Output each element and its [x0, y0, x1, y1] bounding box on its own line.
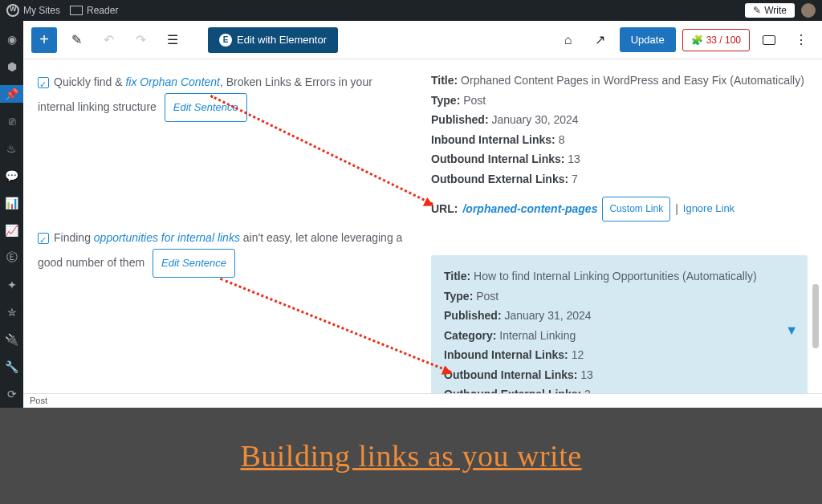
- elementor-icon[interactable]: Ⓔ: [0, 249, 23, 266]
- chevron-down-icon[interactable]: ▼: [785, 319, 798, 342]
- wp-logo[interactable]: My Sites: [6, 4, 60, 17]
- pen-icon: ✎: [753, 5, 761, 16]
- breadcrumb: Post: [23, 393, 822, 408]
- elementor-label: Edit with Elementor: [237, 34, 327, 46]
- flame-icon[interactable]: ♨: [0, 140, 23, 157]
- caption-banner: Building links as you write: [0, 408, 822, 504]
- add-block-button[interactable]: +: [31, 27, 57, 53]
- media-icon[interactable]: ⎚: [0, 112, 23, 130]
- panel-icon[interactable]: [756, 27, 782, 53]
- update-label: Update: [631, 34, 665, 46]
- reader-label: Reader: [87, 5, 118, 16]
- admin-bar: My Sites Reader ✎Write: [0, 0, 822, 21]
- edit-icon[interactable]: ✎: [63, 27, 89, 53]
- suggestion-row: Finding opportunities for internal links…: [38, 226, 407, 278]
- dashboard-icon[interactable]: ◉: [0, 30, 23, 48]
- elementor-button[interactable]: EEdit with Elementor: [208, 27, 338, 53]
- puzzle-icon: 🧩: [691, 35, 703, 46]
- outline-icon[interactable]: ☰: [160, 27, 185, 53]
- suggestion-link[interactable]: fix Orphan Content: [125, 75, 220, 88]
- write-label: Write: [764, 5, 787, 16]
- suggestion-prefix: Quickly find &: [54, 75, 125, 88]
- reader-icon: [70, 6, 83, 15]
- my-sites-label: My Sites: [23, 5, 60, 16]
- score-label: 33 / 100: [706, 35, 741, 46]
- star-icon[interactable]: ✮: [0, 303, 23, 321]
- checkbox-icon[interactable]: [38, 233, 49, 244]
- undo-icon[interactable]: ↶: [96, 27, 121, 53]
- wp-icon: [6, 4, 19, 17]
- avatar[interactable]: [801, 3, 816, 18]
- comments-icon[interactable]: 💬: [0, 167, 23, 185]
- kebab-icon[interactable]: ⋮: [788, 27, 814, 53]
- home-icon[interactable]: ⬢: [0, 58, 23, 75]
- suggestion-prefix: Finding: [54, 231, 94, 244]
- content-scrollbar[interactable]: [812, 59, 820, 398]
- reader-link[interactable]: Reader: [70, 5, 118, 16]
- checkbox-icon[interactable]: [38, 77, 49, 88]
- plugins-icon[interactable]: 🔌: [0, 331, 23, 348]
- editor-toolbar: + ✎ ↶ ↷ ☰ EEdit with Elementor ⌂ ↗ Updat…: [23, 21, 822, 59]
- suggestion-link[interactable]: opportunities for internal links: [94, 231, 240, 244]
- target-info: Title: Orphaned Content Pages in WordPre…: [431, 71, 808, 222]
- appearance-icon[interactable]: ✦: [0, 276, 23, 294]
- write-button[interactable]: ✎Write: [745, 3, 795, 18]
- suggestion-row: Quickly find & fix Orphan Content, Broke…: [38, 71, 407, 122]
- custom-link-button[interactable]: Custom Link: [602, 197, 670, 222]
- tools-icon[interactable]: 🔧: [0, 358, 23, 376]
- edit-sentence-button[interactable]: Edit Sentence: [153, 249, 235, 278]
- stats-icon[interactable]: 📊: [0, 194, 23, 212]
- chart-icon[interactable]: 📈: [0, 222, 23, 239]
- update-button[interactable]: Update: [620, 27, 676, 52]
- laptop-icon[interactable]: ⌂: [555, 27, 581, 53]
- main-content: Quickly find & fix Orphan Content, Broke…: [23, 59, 822, 398]
- elementor-e-icon: E: [219, 34, 232, 47]
- external-icon[interactable]: ↗: [588, 27, 613, 53]
- score-badge[interactable]: 🧩33 / 100: [682, 29, 750, 51]
- caption-text: Building links as you write: [240, 438, 581, 474]
- target-url[interactable]: /orphaned-content-pages: [462, 199, 597, 219]
- redo-icon[interactable]: ↷: [128, 27, 153, 53]
- settings-icon[interactable]: ⟳: [0, 385, 23, 403]
- pin-icon[interactable]: 📌: [0, 85, 23, 103]
- crumb-label: Post: [30, 396, 47, 405]
- target-info-card: Title: How to find Internal Linking Oppo…: [431, 255, 808, 398]
- ignore-link[interactable]: Ignore Link: [683, 200, 735, 218]
